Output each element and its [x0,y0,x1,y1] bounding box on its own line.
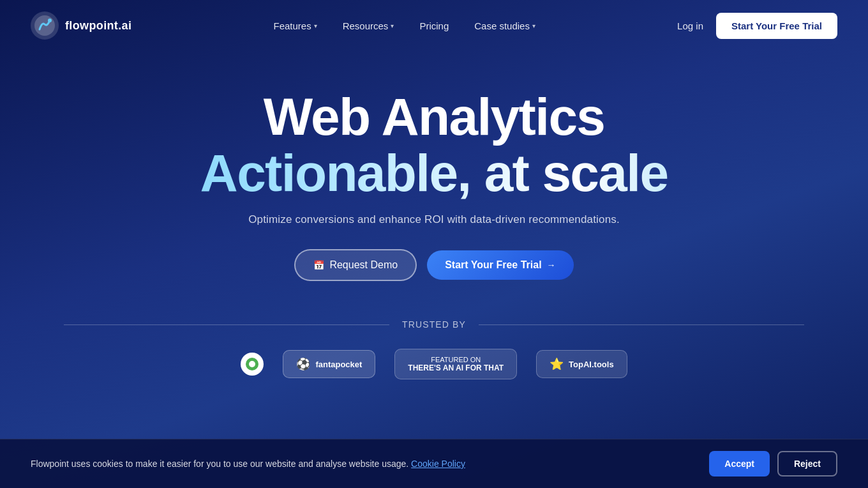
svg-point-1 [34,15,55,36]
accept-cookies-button[interactable]: Accept [709,451,770,477]
cookie-message: Flowpoint uses cookies to make it easier… [31,459,684,469]
logo-stonly [241,353,264,376]
chevron-down-icon: ▾ [532,22,535,29]
trusted-label: TRUSTED BY [402,319,466,330]
nav-cta-button[interactable]: Start Your Free Trial [716,13,837,39]
logo-area[interactable]: flowpoint.ai [31,11,131,40]
divider-left [64,324,389,325]
fantapocket-text: fantapocket [315,360,362,369]
cookie-banner: Flowpoint uses cookies to make it easier… [0,439,868,488]
hero-subtitle: Optimize conversions and enhance ROI wit… [13,213,855,226]
nav-resources[interactable]: Resources ▾ [333,15,405,36]
logo-fantapocket: ⚽ fantapocket [283,350,375,378]
nav-links: Features ▾ Resources ▾ Pricing Case stud… [263,15,545,36]
nav-right: Log in Start Your Free Trial [677,13,837,39]
chevron-down-icon: ▾ [314,22,317,29]
hero-title-line2: Actionable, at scale [13,144,855,202]
calendar-icon: 📅 [313,260,324,270]
theresanai-text: FEATURED ONTHERE'S AN AI FOR THAT [408,356,504,372]
hero-title-line1: Web Analytics [13,89,855,144]
hero-buttons: 📅 Request Demo Start Your Free Trial → [13,249,855,281]
navbar: flowpoint.ai Features ▾ Resources ▾ Pric… [0,0,868,51]
hero-section: Web Analytics Actionable, at scale Optim… [0,51,868,405]
chevron-down-icon: ▾ [391,22,394,29]
reject-cookies-button[interactable]: Reject [777,451,837,477]
divider-right [479,324,804,325]
nav-features[interactable]: Features ▾ [263,15,327,36]
trusted-divider: TRUSTED BY [64,319,804,330]
topai-text: TopAI.tools [569,360,614,369]
nav-case-studies[interactable]: Case studies ▾ [464,15,546,36]
request-demo-button[interactable]: 📅 Request Demo [294,249,417,281]
logo-theresanai: FEATURED ONTHERE'S AN AI FOR THAT [394,349,517,379]
cookie-policy-link[interactable]: Cookie Policy [411,459,465,469]
topai-star-icon: ⭐ [550,357,564,371]
cookie-buttons: Accept Reject [709,451,837,477]
brand-name: flowpoint.ai [65,19,131,33]
trusted-section: TRUSTED BY ⚽ fan [13,319,855,379]
svg-point-5 [249,361,255,367]
stonly-logo-icon [241,353,264,376]
brand-logo-icon [31,11,59,40]
nav-pricing[interactable]: Pricing [409,15,459,36]
logo-topai: ⭐ TopAI.tools [536,350,627,378]
page-wrapper: flowpoint.ai Features ▾ Resources ▾ Pric… [0,0,868,488]
login-link[interactable]: Log in [677,20,703,31]
fantapocket-icon: ⚽ [296,357,310,371]
start-trial-button[interactable]: Start Your Free Trial → [427,250,573,280]
svg-point-2 [48,19,52,22]
trusted-logos: ⚽ fantapocket FEATURED ONTHERE'S AN AI F… [64,349,804,379]
arrow-right-icon: → [547,260,556,270]
